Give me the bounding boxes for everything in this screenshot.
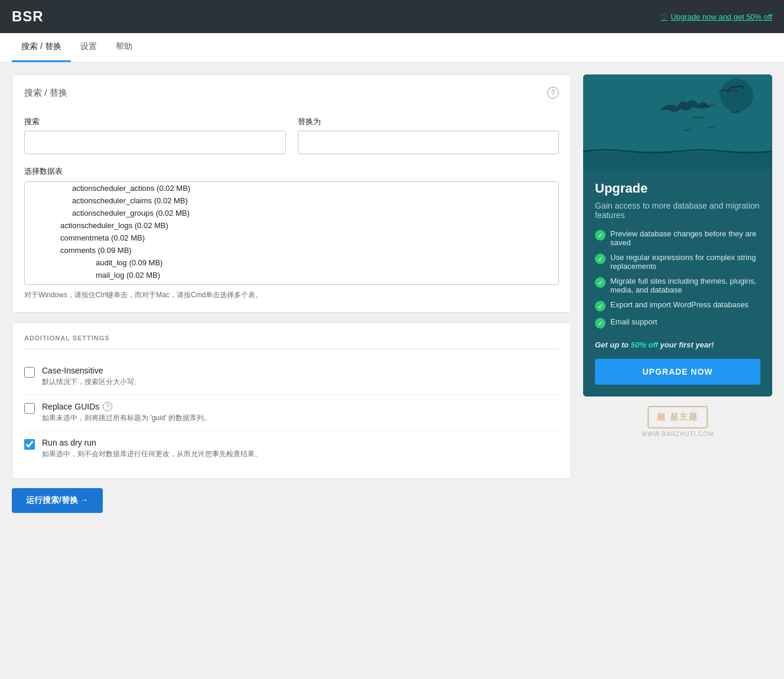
check-icon-3: ✓ [595, 301, 606, 311]
run-button[interactable]: 运行搜索/替换 → [12, 488, 103, 513]
header-upgrade-link[interactable]: Upgrade now and get 50% off [661, 12, 772, 21]
check-icon-0: ✓ [595, 230, 606, 241]
feature-item-3: ✓ Export and import WordPress databases [595, 300, 760, 311]
check-icon-4: ✓ [595, 318, 606, 329]
feature-item-2: ✓ Migrate full sites including themes, p… [595, 277, 760, 294]
setting-item-dry-run: Run as dry run 如果选中，则不会对数据库进行任何更改，从而允许您事… [24, 431, 559, 466]
setting-title: Run as dry run [42, 438, 262, 447]
setting-content: Replace GUIDs ? 如果未选中，则将跳过所有标题为 'guid' 的… [42, 402, 211, 423]
setting-title: Case-Insensitive [42, 366, 141, 375]
help-icon[interactable]: ? [547, 87, 559, 99]
upgrade-card: Upgrade Gain access to more database and… [583, 74, 772, 397]
table-option[interactable]: actionscheduler_claims (0.02 MB) [25, 194, 558, 207]
case-insensitive-checkbox[interactable] [24, 367, 35, 378]
card-title: 搜索 / 替换 [24, 87, 67, 99]
setting-desc: 默认情况下，搜索区分大小写。 [42, 377, 141, 387]
search-group: 搜索 [24, 116, 286, 154]
left-panel: 搜索 / 替换 ? 搜索 替换为 选择数据表 actionscheduler_a… [12, 74, 571, 513]
replace-group: 替换为 [298, 116, 559, 154]
right-panel: Upgrade Gain access to more database and… [583, 74, 772, 513]
card-header: 搜索 / 替换 ? [24, 87, 559, 105]
table-select-group: 选择数据表 actionscheduler_actions (0.02 MB) … [24, 166, 559, 300]
upgrade-card-subtitle: Gain access to more database and migrati… [595, 201, 760, 220]
upgrade-card-title: Upgrade [595, 181, 760, 196]
watermark-url: WWW.BANZHUTI.COM [583, 431, 772, 437]
check-icon-2: ✓ [595, 277, 606, 288]
table-select[interactable]: actionscheduler_actions (0.02 MB) action… [24, 181, 559, 285]
form-row: 搜索 替换为 [24, 116, 559, 154]
table-option[interactable]: lockout (13.5 MB) [25, 281, 558, 285]
table-option[interactable]: comments (0.09 MB) [25, 244, 558, 256]
replace-input[interactable] [298, 131, 559, 154]
check-icon-1: ✓ [595, 254, 606, 264]
feature-list: ✓ Preview database changes before they a… [595, 229, 760, 329]
search-replace-card: 搜索 / 替换 ? 搜索 替换为 选择数据表 actionscheduler_a… [12, 74, 571, 313]
replace-label: 替换为 [298, 116, 559, 127]
table-option[interactable]: mail_log (0.02 MB) [25, 269, 558, 281]
feature-item-4: ✓ Email support [595, 317, 760, 329]
search-label: 搜索 [24, 116, 286, 127]
table-option[interactable]: audit_log (0.09 MB) [25, 256, 558, 269]
app-header: BSR Upgrade now and get 50% off [0, 0, 784, 33]
additional-settings-card: ADDITIONAL SETTINGS Case-Insensitive 默认情… [12, 322, 571, 479]
setting-content: Run as dry run 如果选中，则不会对数据库进行任何更改，从而允许您事… [42, 438, 262, 459]
table-select-label: 选择数据表 [24, 166, 559, 177]
upgrade-card-body: Upgrade Gain access to more database and… [583, 169, 772, 397]
setting-item-case-insensitive: Case-Insensitive 默认情况下，搜索区分大小写。 [24, 359, 559, 395]
settings-card-title: ADDITIONAL SETTINGS [24, 334, 559, 349]
table-option[interactable]: actionscheduler_groups (0.02 MB) [25, 207, 558, 219]
nav-settings[interactable]: 设置 [71, 33, 106, 62]
nav-search-replace[interactable]: 搜索 / 替换 [12, 33, 71, 62]
main-nav: 搜索 / 替换 设置 帮助 [0, 33, 784, 63]
watermark: 超 超主题 WWW.BANZHUTI.COM [583, 406, 772, 437]
upgrade-now-button[interactable]: UPGRADE NOW [595, 359, 760, 385]
nav-help[interactable]: 帮助 [106, 33, 142, 62]
feature-item-1: ✓ Use regular expressions for complex st… [595, 253, 760, 271]
app-logo: BSR [12, 8, 44, 25]
setting-item-replace-guids: Replace GUIDs ? 如果未选中，则将跳过所有标题为 'guid' 的… [24, 395, 559, 431]
svg-rect-2 [583, 151, 772, 169]
svg-point-1 [720, 79, 753, 112]
table-option[interactable]: actionscheduler_actions (0.02 MB) [25, 182, 558, 194]
search-input[interactable] [24, 131, 286, 154]
upgrade-promo: Get up to 50% off your first year! [595, 340, 760, 349]
replace-guids-help-icon[interactable]: ? [103, 402, 112, 411]
setting-content: Case-Insensitive 默认情况下，搜索区分大小写。 [42, 366, 141, 387]
upgrade-card-art [583, 74, 772, 169]
setting-desc: 如果选中，则不会对数据库进行任何更改，从而允许您事先检查结果。 [42, 449, 262, 459]
table-hint: 对于Windows，请按住Ctrl键单击，而对于Mac，请按Cmd单击选择多个表… [24, 290, 559, 300]
replace-guids-checkbox[interactable] [24, 403, 35, 414]
setting-title: Replace GUIDs ? [42, 402, 211, 411]
dry-run-checkbox[interactable] [24, 439, 35, 450]
table-option[interactable]: actionscheduler_logs (0.02 MB) [25, 219, 558, 232]
watermark-brand: 超 超主题 [648, 406, 708, 428]
setting-desc: 如果未选中，则将跳过所有标题为 'guid' 的数据库列。 [42, 413, 211, 423]
feature-item-0: ✓ Preview database changes before they a… [595, 229, 760, 247]
table-option[interactable]: commentmeta (0.02 MB) [25, 232, 558, 244]
main-container: 搜索 / 替换 ? 搜索 替换为 选择数据表 actionscheduler_a… [0, 63, 784, 525]
